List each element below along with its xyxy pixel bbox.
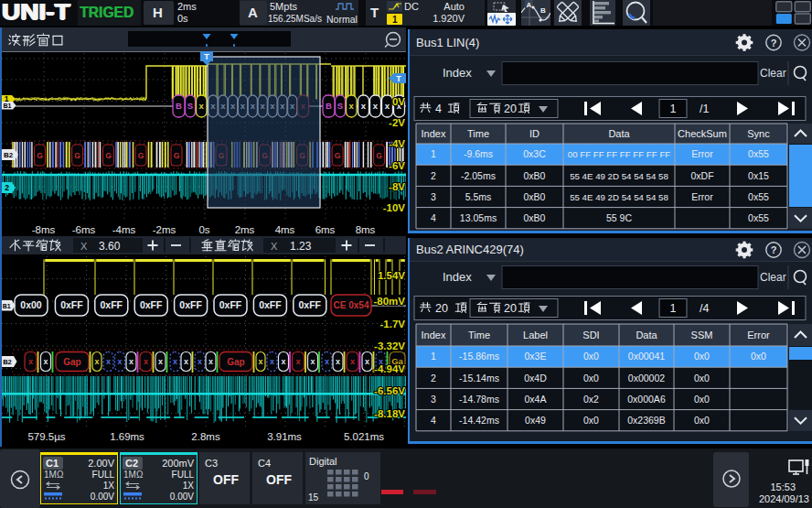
svg-text:G: G: [335, 151, 341, 160]
svg-text:G: G: [74, 151, 80, 160]
svg-text:0xB0: 0xB0: [524, 191, 546, 202]
svg-text:2.8ms: 2.8ms: [191, 431, 220, 442]
svg-text:x: x: [28, 357, 33, 366]
svg-text:Label: Label: [523, 330, 548, 340]
svg-text:S: S: [187, 101, 193, 111]
svg-text:x: x: [281, 357, 285, 366]
svg-text:x: x: [310, 357, 315, 366]
svg-text:1: 1: [431, 148, 436, 159]
svg-text:/4: /4: [700, 302, 709, 315]
svg-text:G: G: [174, 151, 180, 160]
svg-text:-8ms: -8ms: [32, 224, 56, 235]
svg-text:Index: Index: [422, 128, 446, 139]
svg-text:-2ms: -2ms: [153, 224, 176, 235]
svg-text:x: x: [129, 357, 134, 366]
svg-text:-3.32V: -3.32V: [374, 340, 405, 351]
svg-text:0x55: 0x55: [748, 191, 769, 202]
svg-text:G: G: [105, 151, 112, 160]
svg-text:G: G: [37, 151, 43, 160]
svg-text:2: 2: [431, 373, 436, 384]
svg-text:-2.05ms: -2.05ms: [461, 170, 496, 181]
svg-text:Index: Index: [422, 330, 446, 340]
svg-text:0xFF: 0xFF: [299, 299, 322, 310]
svg-text:Time: Time: [467, 128, 489, 139]
svg-text:20: 20: [435, 302, 448, 315]
svg-text:6ms: 6ms: [315, 224, 336, 235]
svg-text:0x0: 0x0: [751, 351, 766, 362]
svg-text:0x0: 0x0: [694, 394, 710, 405]
svg-text:0xDF: 0xDF: [690, 170, 713, 181]
svg-text:Error: Error: [691, 191, 713, 202]
svg-text:Error: Error: [691, 148, 713, 159]
svg-text:x: x: [295, 357, 300, 366]
svg-text:0x2369B: 0x2369B: [627, 415, 665, 426]
svg-text:1.69ms: 1.69ms: [110, 431, 144, 442]
svg-text:00 FF FF FF FF FF FF FF: 00 FF FF FF FF FF FF FF: [568, 149, 671, 159]
svg-text:0x0: 0x0: [583, 373, 599, 384]
svg-text:Data: Data: [636, 330, 657, 340]
svg-text:B2: B2: [4, 151, 14, 159]
svg-text:20: 20: [504, 302, 517, 315]
svg-text:0x3C: 0x3C: [523, 148, 546, 159]
svg-text:x: x: [385, 101, 390, 111]
svg-text:1.23: 1.23: [290, 240, 312, 253]
svg-text:1.54V: 1.54V: [378, 270, 405, 281]
svg-text:SSM: SSM: [691, 330, 713, 340]
svg-text:0x00002: 0x00002: [628, 373, 665, 384]
svg-text:x: x: [361, 101, 367, 111]
svg-text:G: G: [376, 151, 382, 160]
svg-text:CheckSum: CheckSum: [678, 128, 727, 139]
svg-text:-15.14ms: -15.14ms: [459, 373, 499, 384]
svg-text:x: x: [43, 357, 48, 366]
svg-text:0xB0: 0xB0: [524, 170, 546, 181]
svg-text:0s: 0s: [198, 224, 209, 235]
svg-text:0x000A6: 0x000A6: [627, 394, 666, 405]
svg-text:4ms: 4ms: [275, 224, 295, 235]
svg-text:CE 0x54: CE 0x54: [334, 300, 369, 310]
svg-text:B: B: [176, 101, 182, 111]
svg-text:Clear: Clear: [760, 271, 786, 284]
svg-text:x: x: [325, 357, 329, 366]
svg-text:3: 3: [431, 191, 436, 202]
svg-text:x: x: [373, 101, 379, 111]
svg-text:B: B: [540, 6, 546, 15]
svg-text:55 4E 49 2D 54 54 54 58: 55 4E 49 2D 54 54 54 58: [570, 171, 668, 181]
svg-text:x: x: [208, 357, 213, 366]
svg-text:B1: B1: [4, 103, 12, 109]
svg-text:-1.7V: -1.7V: [380, 319, 406, 330]
svg-text:3.91ms: 3.91ms: [267, 431, 302, 442]
svg-text:20: 20: [504, 103, 517, 115]
svg-text:-10V: -10V: [383, 202, 406, 213]
svg-text:-6ms: -6ms: [72, 224, 96, 235]
svg-text:1: 1: [670, 302, 677, 315]
svg-text:0x0: 0x0: [694, 415, 710, 426]
svg-text:0xFF: 0xFF: [179, 299, 202, 310]
svg-text:2: 2: [5, 183, 9, 192]
svg-text:x: x: [184, 357, 188, 366]
svg-text:x: x: [349, 101, 355, 111]
svg-text:2: 2: [431, 170, 436, 181]
svg-text:-6.56V: -6.56V: [374, 385, 405, 396]
svg-text:Sync: Sync: [747, 128, 770, 139]
svg-text:0xB0: 0xB0: [524, 212, 546, 223]
svg-text:0x00: 0x00: [20, 299, 42, 310]
svg-text:0x15: 0x15: [748, 170, 769, 181]
svg-text:X: X: [271, 241, 278, 252]
svg-text:B1: B1: [3, 303, 11, 309]
svg-text:Gap: Gap: [227, 357, 244, 367]
svg-text:5.021ms: 5.021ms: [344, 431, 384, 442]
svg-text:1: 1: [431, 351, 436, 362]
svg-text:0x0: 0x0: [583, 351, 599, 362]
svg-text:0x55: 0x55: [748, 212, 769, 223]
svg-text:8ms: 8ms: [356, 224, 376, 235]
svg-text:x: x: [198, 357, 202, 366]
svg-text:Time: Time: [468, 330, 490, 340]
svg-text:-8V: -8V: [389, 181, 405, 192]
svg-text:x: x: [336, 357, 340, 366]
svg-text:x: x: [350, 357, 355, 366]
svg-text:3.60: 3.60: [99, 240, 121, 253]
svg-text:0xFF: 0xFF: [219, 299, 242, 310]
svg-text:0x0: 0x0: [694, 373, 710, 384]
svg-text:-2V: -2V: [389, 117, 405, 128]
svg-text:x: x: [199, 101, 205, 111]
